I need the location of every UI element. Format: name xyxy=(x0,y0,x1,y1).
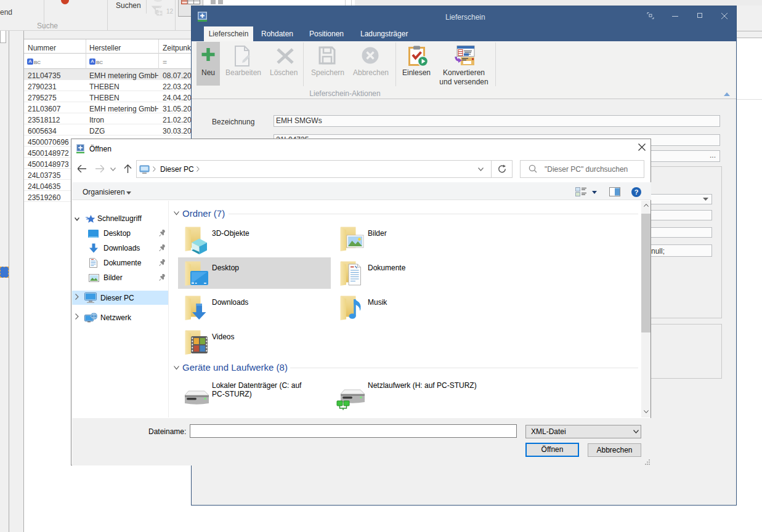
svg-text:?: ? xyxy=(634,188,639,196)
